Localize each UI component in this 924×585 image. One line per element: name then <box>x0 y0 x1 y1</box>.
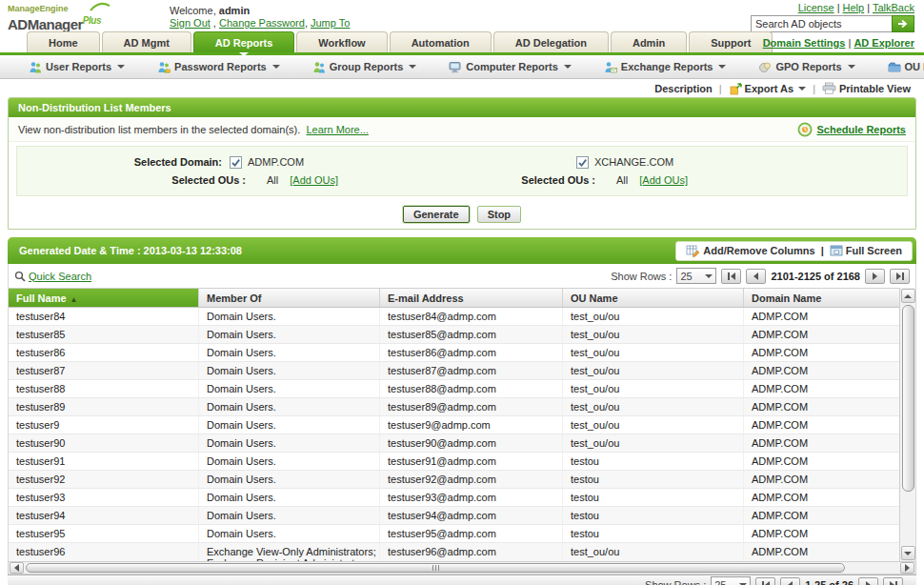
table-row: testuser90Domain Users.testuser90@admp.c… <box>9 434 915 453</box>
page-size-select-bottom[interactable]: 25 <box>711 576 751 585</box>
group-reports-icon <box>312 61 326 73</box>
table-cell: Domain Users. <box>199 416 380 434</box>
domain-settings-link[interactable]: Domain Settings <box>763 37 846 49</box>
schedule-reports-link[interactable]: Schedule Reports <box>816 124 906 135</box>
table-row: testuser96Exchange View-Only Administrat… <box>9 543 915 561</box>
menu-group-reports[interactable]: Group Reports <box>312 61 417 73</box>
printable-view-button[interactable]: Printable View <box>822 82 911 94</box>
last-page-icon <box>896 272 901 280</box>
menu-exchange-reports[interactable]: Exchange Reports <box>604 61 727 73</box>
next-page-button[interactable] <box>865 269 885 284</box>
column-header-domain-name[interactable]: Domain Name <box>744 289 899 307</box>
tab-ad-mgmt[interactable]: AD Mgmt <box>102 31 191 52</box>
table-row: testuser87Domain Users.testuser87@admp.c… <box>9 362 915 380</box>
thumb-grip <box>438 565 439 571</box>
scroll-down-button[interactable] <box>901 546 915 560</box>
add-ous-link[interactable]: [Add OUs] <box>290 171 338 190</box>
column-label: Member Of <box>207 292 261 304</box>
table-cell: ADMP.COM <box>744 344 899 361</box>
column-header-member-of[interactable]: Member Of <box>199 289 380 307</box>
tab-ad-reports[interactable]: AD Reports <box>193 31 295 52</box>
table-cell: testuser9@admp.com <box>380 416 563 434</box>
add-remove-columns-button[interactable]: Add/Remove Columns <box>686 244 814 257</box>
column-header-full-name[interactable]: Full Name▲ <box>9 289 199 307</box>
sort-asc-icon: ▲ <box>70 295 78 304</box>
learn-more-link[interactable]: Learn More... <box>306 124 368 135</box>
menu-gpo-reports[interactable]: GPO Reports <box>758 61 854 73</box>
domain-name: XCHANGE.COM <box>594 153 673 171</box>
results-subbar: Quick Search Show Rows : 25 2101-2125 of… <box>8 264 916 288</box>
prev-page-button[interactable] <box>746 269 766 284</box>
tab-admin[interactable]: Admin <box>611 31 687 52</box>
scroll-right-button[interactable] <box>900 562 914 574</box>
tab-automation[interactable]: Automation <box>390 31 492 52</box>
checkbox-xchange[interactable] <box>576 156 589 169</box>
change-password-link[interactable]: Change Password <box>219 17 305 29</box>
vertical-scrollbar[interactable] <box>899 288 915 561</box>
schedule-icon <box>797 122 813 137</box>
welcome-block: Welcome, admin Sign Out , Change Passwor… <box>170 2 350 30</box>
vertical-scroll-thumb[interactable] <box>902 305 914 492</box>
jump-to-link[interactable]: Jump To <box>311 17 350 29</box>
ad-explorer-link[interactable]: AD Explorer <box>854 37 914 49</box>
full-screen-button[interactable]: Full Screen <box>830 245 902 256</box>
column-label: Domain Name <box>752 292 821 304</box>
prev-page-icon <box>788 581 793 585</box>
table-cell: Domain Users. <box>199 326 380 343</box>
quick-search-link[interactable]: Quick Search <box>29 271 91 282</box>
menu-label: Group Reports <box>330 61 404 72</box>
scroll-up-button[interactable] <box>901 289 915 303</box>
table-cell: testuser91@admp.com <box>380 453 563 470</box>
generate-button[interactable]: Generate <box>403 206 470 223</box>
next-page-button[interactable] <box>858 577 878 585</box>
page-size-select[interactable]: 25 <box>676 268 716 284</box>
app-header: ManageEngine ADManagerPlus Welcome, admi… <box>0 0 924 30</box>
table-cell: testuser95 <box>9 525 199 542</box>
column-header-email[interactable]: E-mail Address <box>380 289 563 307</box>
user-reports-icon <box>29 61 42 73</box>
help-link[interactable]: Help <box>843 2 865 13</box>
printable-view-label: Printable View <box>839 83 911 94</box>
tab-support[interactable]: Support <box>689 31 773 52</box>
horizontal-scrollbar[interactable] <box>8 561 916 575</box>
last-page-button[interactable] <box>890 269 910 284</box>
menu-password-reports[interactable]: Password Reports <box>157 61 280 73</box>
welcome-label: Welcome, <box>170 5 216 16</box>
prev-page-button[interactable] <box>780 577 800 585</box>
menu-user-reports[interactable]: User Reports <box>29 61 125 73</box>
sign-out-link[interactable]: Sign Out <box>170 17 211 29</box>
first-page-button[interactable] <box>755 577 775 585</box>
stop-button[interactable]: Stop <box>477 206 521 223</box>
scroll-right-icon <box>905 564 910 572</box>
horizontal-scroll-thumb[interactable] <box>26 563 845 573</box>
table-row: testuser84Domain Users.testuser84@admp.c… <box>9 308 915 326</box>
add-ous-link[interactable]: [Add OUs] <box>639 171 688 190</box>
table-cell: testuser94 <box>9 507 199 524</box>
first-page-button[interactable] <box>721 269 741 284</box>
tab-workflow[interactable]: Workflow <box>296 31 387 52</box>
table-cell: testuser88@admp.com <box>380 380 563 397</box>
description-link[interactable]: Description <box>654 83 713 94</box>
talkback-link[interactable]: TalkBack <box>873 2 914 13</box>
table-cell: ADMP.COM <box>744 489 899 506</box>
license-link[interactable]: License <box>798 2 834 13</box>
table-cell: Domain Users. <box>199 308 380 325</box>
menu-label: Password Reports <box>174 61 267 72</box>
table-cell: testuser84 <box>9 308 199 325</box>
table-row: testuser94Domain Users.testuser94@admp.c… <box>9 507 915 525</box>
last-page-button[interactable] <box>883 577 903 585</box>
logo-manageengine: ManageEngine <box>8 4 69 13</box>
tab-home[interactable]: Home <box>27 31 100 52</box>
tab-ad-delegation[interactable]: AD Delegation <box>493 31 609 52</box>
footer-pagination-bar: Show Rows : 25 1-25 of 26 <box>8 575 916 585</box>
menu-ou-reports[interactable]: OU Reports <box>888 61 924 73</box>
caret-down-icon <box>409 65 416 69</box>
scroll-left-button[interactable] <box>10 562 24 574</box>
logo-plus: Plus <box>83 15 101 26</box>
table-cell: Domain Users. <box>199 434 380 452</box>
checkbox-admp[interactable] <box>230 156 242 169</box>
export-as-button[interactable]: Export As <box>729 82 807 95</box>
column-header-ou-name[interactable]: OU Name <box>563 289 744 307</box>
menu-computer-reports[interactable]: Computer Reports <box>449 61 572 73</box>
table-cell: testuser87@admp.com <box>380 362 563 379</box>
